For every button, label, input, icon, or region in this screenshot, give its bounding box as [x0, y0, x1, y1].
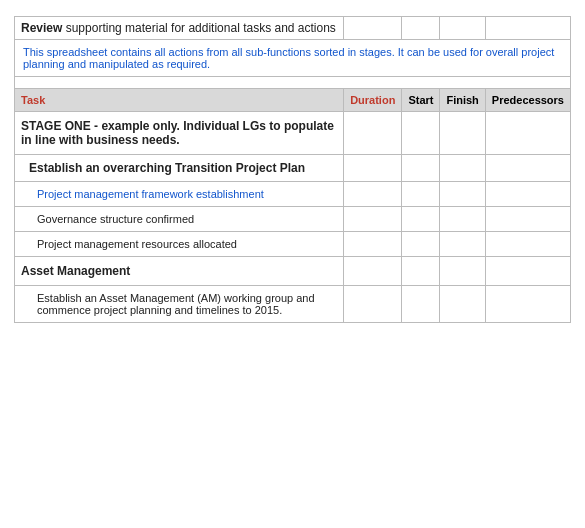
- asset-pred: [485, 257, 570, 286]
- column-header-row: Task Duration Start Finish Predecessors: [15, 89, 571, 112]
- col-duration-header: Duration: [344, 89, 402, 112]
- asset-task-0-pred: [485, 286, 570, 323]
- info-row: This spreadsheet contains all actions fr…: [15, 40, 571, 77]
- asset-management-section-row: Asset Management: [15, 257, 571, 286]
- table-row: Project management framework establishme…: [15, 182, 571, 207]
- review-bold-text: Review: [21, 21, 62, 35]
- review-rest-text: supporting material for additional tasks…: [62, 21, 336, 35]
- task-cell-2: Project management resources allocated: [15, 232, 344, 257]
- stage-one-start: [402, 112, 440, 155]
- asset-section-label: Asset Management: [15, 257, 344, 286]
- asset-duration: [344, 257, 402, 286]
- task-2-finish: [440, 232, 485, 257]
- transition-start: [402, 155, 440, 182]
- asset-task-0-finish: [440, 286, 485, 323]
- table-row: Establish an Asset Management (AM) worki…: [15, 286, 571, 323]
- asset-task-cell-0: Establish an Asset Management (AM) worki…: [15, 286, 344, 323]
- stage-one-pred: [485, 112, 570, 155]
- task-0-start: [402, 182, 440, 207]
- col-predecessors-header: Predecessors: [485, 89, 570, 112]
- task-0-finish: [440, 182, 485, 207]
- table-row: Project management resources allocated: [15, 232, 571, 257]
- transition-section-row: Establish an overarching Transition Proj…: [15, 155, 571, 182]
- header-duration-empty: [344, 17, 402, 40]
- task-1-start: [402, 207, 440, 232]
- info-cell: This spreadsheet contains all actions fr…: [15, 40, 571, 77]
- col-task-header: Task: [15, 89, 344, 112]
- col-finish-header: Finish: [440, 89, 485, 112]
- task-1-pred: [485, 207, 570, 232]
- task-1-duration: [344, 207, 402, 232]
- stage-one-duration: [344, 112, 402, 155]
- asset-finish: [440, 257, 485, 286]
- transition-pred: [485, 155, 570, 182]
- task-cell-0: Project management framework establishme…: [15, 182, 344, 207]
- task-0-pred: [485, 182, 570, 207]
- table-row: Governance structure confirmed: [15, 207, 571, 232]
- stage-one-row: STAGE ONE - example only. Individual LGs…: [15, 112, 571, 155]
- stage-one-finish: [440, 112, 485, 155]
- review-header-row: Review supporting material for additiona…: [15, 17, 571, 40]
- col-start-header: Start: [402, 89, 440, 112]
- asset-start: [402, 257, 440, 286]
- spacer-cell: [15, 77, 571, 89]
- transition-finish: [440, 155, 485, 182]
- task-2-pred: [485, 232, 570, 257]
- spacer-row: [15, 77, 571, 89]
- review-cell: Review supporting material for additiona…: [15, 17, 344, 40]
- task-2-duration: [344, 232, 402, 257]
- task-2-start: [402, 232, 440, 257]
- transition-duration: [344, 155, 402, 182]
- task-cell-1: Governance structure confirmed: [15, 207, 344, 232]
- transition-section-label: Establish an overarching Transition Proj…: [15, 155, 344, 182]
- header-finish-empty: [440, 17, 485, 40]
- header-start-empty: [402, 17, 440, 40]
- stage-one-label: STAGE ONE - example only. Individual LGs…: [15, 112, 344, 155]
- task-0-duration: [344, 182, 402, 207]
- header-pred-empty: [485, 17, 570, 40]
- task-1-finish: [440, 207, 485, 232]
- asset-task-0-start: [402, 286, 440, 323]
- asset-task-0-duration: [344, 286, 402, 323]
